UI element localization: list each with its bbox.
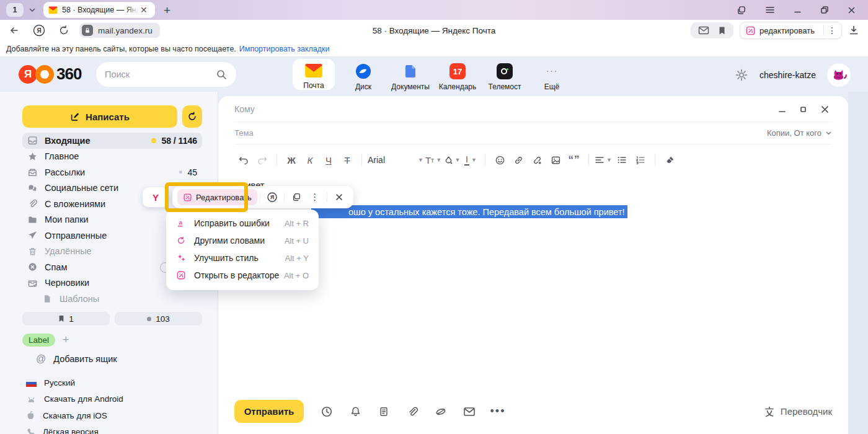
mail-extension-icon[interactable] — [698, 26, 709, 35]
attach-from-mail-icon[interactable] — [455, 407, 484, 417]
search-icon[interactable] — [216, 69, 228, 81]
app-more-label: Ещё — [544, 82, 560, 91]
menu-item-fix-errors[interactable]: а Исправить ошибки Alt + R — [166, 215, 319, 232]
more-options-icon[interactable]: ••• — [484, 405, 512, 418]
download-ios-link[interactable]: Скачать для iOS — [26, 410, 123, 420]
menu-item-open-editor[interactable]: Открыть в редакторе Alt + O — [166, 267, 319, 284]
underline-button[interactable]: Ч — [320, 151, 337, 169]
import-bookmarks-link[interactable]: Импортировать закладки — [239, 45, 330, 53]
folder-templates[interactable]: Шаблоны — [22, 291, 202, 307]
edit-more-icon[interactable]: ⋮ — [828, 25, 836, 35]
unread-count: 103 — [156, 314, 170, 324]
schedule-send-icon[interactable] — [312, 405, 341, 418]
unread-filter-pill[interactable]: 103 — [115, 312, 202, 326]
font-family-select[interactable]: Arial▼ — [368, 151, 423, 169]
tab-group-count-button[interactable]: 1 — [6, 3, 24, 17]
attach-file-icon[interactable] — [398, 405, 427, 418]
tab-title: 58 · Входящие — Янде — [62, 6, 139, 14]
menu-item-improve-style[interactable]: Улучшить стиль Alt + Y — [166, 249, 319, 267]
emoji-icon[interactable] — [491, 151, 508, 169]
font-size-select[interactable]: Tт▼ — [425, 151, 442, 169]
compose-button[interactable]: Написать — [22, 105, 177, 128]
window-minimize-icon[interactable] — [794, 6, 802, 14]
svg-text:Я: Я — [270, 194, 274, 200]
selected-text[interactable]: ошо у остальных кажется тоже. Передавай … — [311, 205, 627, 218]
settings-gear-icon[interactable] — [735, 68, 748, 82]
fill-color-select[interactable]: ▼ — [443, 151, 461, 169]
browser-edit-button[interactable]: редактировать ⋮ — [740, 22, 842, 39]
browser-tab-active[interactable]: 58 · Входящие — Янде ✕ — [43, 2, 155, 18]
window-restore-icon[interactable] — [820, 6, 829, 14]
yandex-circle-icon[interactable]: Я — [264, 192, 280, 203]
folder-important[interactable]: Главное — [22, 149, 202, 165]
align-select[interactable]: ▼ — [595, 151, 612, 169]
downloads-icon[interactable] — [848, 25, 859, 36]
user-name[interactable]: cheshire-katze — [760, 70, 816, 80]
italic-button[interactable]: К — [301, 151, 319, 169]
muted-dot — [179, 170, 182, 174]
back-icon[interactable] — [9, 25, 20, 35]
browser-logo-icon[interactable]: Я — [32, 24, 46, 37]
send-button[interactable]: Отправить — [234, 400, 304, 423]
folder-inbox[interactable]: Входящие 58 / 1146 — [22, 133, 202, 149]
text-color-select[interactable]: I▼ — [462, 151, 479, 169]
bookmark-extension-icon[interactable] — [718, 26, 726, 35]
refresh-button[interactable] — [182, 105, 202, 128]
bookmarked-filter-pill[interactable]: 1 — [22, 312, 110, 326]
app-disk[interactable]: Диск — [340, 59, 387, 91]
flag-ru-icon — [26, 379, 37, 387]
app-telemost[interactable]: Телемост — [481, 59, 528, 91]
lock-icon[interactable] — [82, 25, 93, 36]
folder-newsletters[interactable]: Рассылки 45 — [22, 164, 202, 180]
yandex-360-logo[interactable]: Я 360 — [19, 64, 81, 84]
app-more[interactable]: ··· Ещё — [528, 59, 575, 91]
browser-menu-icon[interactable] — [765, 6, 775, 14]
gpt-trigger-button[interactable]: Y — [143, 187, 169, 207]
quote-icon[interactable]: “” — [565, 151, 583, 169]
search-input[interactable]: Поиск — [96, 62, 236, 87]
cc-from-toggle[interactable]: Копии, От кого — [767, 128, 832, 138]
light-version-link[interactable]: Лёгкая версия — [26, 427, 123, 434]
redo-icon[interactable] — [254, 151, 271, 169]
gpt-close-icon[interactable] — [331, 193, 347, 202]
attach-from-disk-icon[interactable] — [427, 405, 455, 418]
bullet-list-icon[interactable] — [613, 151, 631, 169]
label-tag[interactable]: Label — [22, 334, 55, 347]
bold-button[interactable]: Ж — [283, 151, 300, 169]
download-android-link[interactable]: Скачать для Android — [26, 394, 123, 404]
gpt-more-icon[interactable]: ⋮ — [307, 192, 323, 203]
unlink-icon[interactable] — [528, 151, 546, 169]
copy-icon[interactable] — [288, 192, 304, 202]
numbered-list-icon[interactable] — [632, 151, 649, 169]
reload-icon[interactable] — [58, 25, 69, 36]
unread-dot — [151, 138, 156, 143]
eraser-icon[interactable] — [661, 151, 678, 169]
menu-item-rephrase[interactable]: Другими словами Alt + U — [166, 232, 319, 249]
folder-label: Главное — [45, 151, 79, 161]
language-switcher[interactable]: Русский — [26, 378, 123, 388]
template-note-icon[interactable] — [370, 405, 398, 418]
add-label-icon[interactable]: + — [63, 334, 69, 347]
add-mailbox-button[interactable]: @ Добавить ящик — [36, 353, 117, 365]
strikethrough-button[interactable]: Т — [339, 151, 356, 169]
link-icon[interactable] — [510, 151, 527, 169]
gpt-edit-button[interactable]: Редактировать — [177, 189, 257, 205]
translator-button[interactable]: Переводчик — [763, 405, 832, 418]
undo-icon[interactable] — [235, 151, 252, 169]
folder-label: Спам — [45, 262, 67, 272]
subject-field[interactable]: Тема Копии, От кого — [234, 122, 832, 144]
app-calendar[interactable]: 17 Календарь — [434, 59, 481, 91]
app-mail[interactable]: Почта — [293, 59, 335, 90]
tab-close-icon[interactable]: ✕ — [140, 5, 148, 15]
avatar[interactable] — [827, 63, 851, 87]
url-field[interactable]: mail.yandex.ru — [79, 23, 160, 38]
tab-list-chevron-icon[interactable] — [29, 6, 36, 14]
insert-image-icon[interactable] — [547, 151, 564, 169]
side-panel-icon[interactable] — [736, 5, 746, 16]
bookmarks-hint-text: Добавляйте на эту панель сайты, которые … — [6, 45, 236, 53]
new-tab-button[interactable]: + — [164, 4, 170, 16]
to-field[interactable]: Кому — [234, 96, 832, 122]
reminder-bell-icon[interactable] — [341, 405, 370, 418]
window-close-icon[interactable] — [848, 6, 856, 14]
app-docs[interactable]: Документы — [387, 59, 434, 91]
